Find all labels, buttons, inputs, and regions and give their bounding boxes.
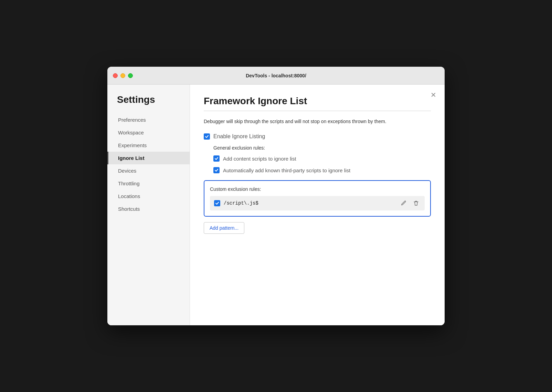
close-settings-button[interactable]: ✕ [431,91,436,98]
content-scripts-label: Add content scripts to ignore list [223,156,296,162]
sidebar-item-shortcuts[interactable]: Shortcuts [107,203,190,215]
third-party-label: Automatically add known third-party scri… [223,167,350,173]
custom-exclusion-box: Custom exclusion rules: /script\.js$ [204,180,431,217]
description-text: Debugger will skip through the scripts a… [204,118,431,125]
content-panel: ✕ Framework Ignore List Debugger will sk… [190,85,445,325]
custom-exclusion-label: Custom exclusion rules: [210,186,425,192]
sidebar-item-ignore-list[interactable]: Ignore List [107,152,190,164]
maximize-button[interactable] [128,73,133,78]
checkmark-icon [214,168,219,172]
close-button[interactable] [113,73,118,78]
sidebar-item-throttling[interactable]: Throttling [107,177,190,190]
sidebar-heading: Settings [107,94,190,113]
sidebar-item-devices[interactable]: Devices [107,164,190,177]
title-divider [204,111,431,111]
sidebar: Settings Preferences Workspace Experimen… [107,85,190,325]
content-scripts-rule-row: Add content scripts to ignore list [213,155,431,162]
enable-ignore-listing-row: Enable Ignore Listing [204,133,431,140]
sidebar-item-locations[interactable]: Locations [107,190,190,203]
window-title: DevTools - localhost:8000/ [246,73,306,78]
content-scripts-checkbox[interactable] [213,155,220,162]
titlebar: DevTools - localhost:8000/ [107,67,445,85]
third-party-checkbox[interactable] [213,167,220,173]
minimize-button[interactable] [120,73,125,78]
checkmark-icon [214,156,219,161]
delete-rule-button[interactable] [412,199,421,207]
page-title: Framework Ignore List [204,96,431,107]
sidebar-item-preferences[interactable]: Preferences [107,113,190,126]
add-pattern-button[interactable]: Add pattern... [204,222,244,234]
window-body: Settings Preferences Workspace Experimen… [107,85,445,325]
main-window: DevTools - localhost:8000/ Settings Pref… [107,67,445,325]
rule-actions [399,199,421,207]
table-row: /script\.js$ [210,196,425,210]
pencil-icon [401,200,407,206]
checkmark-icon [215,201,219,205]
checkmark-icon [205,134,209,139]
edit-rule-button[interactable] [399,199,408,207]
enable-ignore-listing-label: Enable Ignore Listing [213,133,265,140]
sidebar-item-experiments[interactable]: Experiments [107,139,190,152]
general-exclusion-label: General exclusion rules: [213,145,431,151]
rule-pattern-text: /script\.js$ [224,200,396,206]
traffic-lights [113,73,133,78]
rule-checkbox[interactable] [214,200,220,206]
enable-ignore-listing-checkbox[interactable] [204,133,210,140]
trash-icon [413,200,419,206]
third-party-rule-row: Automatically add known third-party scri… [213,167,431,173]
general-exclusion-section: General exclusion rules: Add content scr… [213,145,431,173]
sidebar-item-workspace[interactable]: Workspace [107,126,190,139]
